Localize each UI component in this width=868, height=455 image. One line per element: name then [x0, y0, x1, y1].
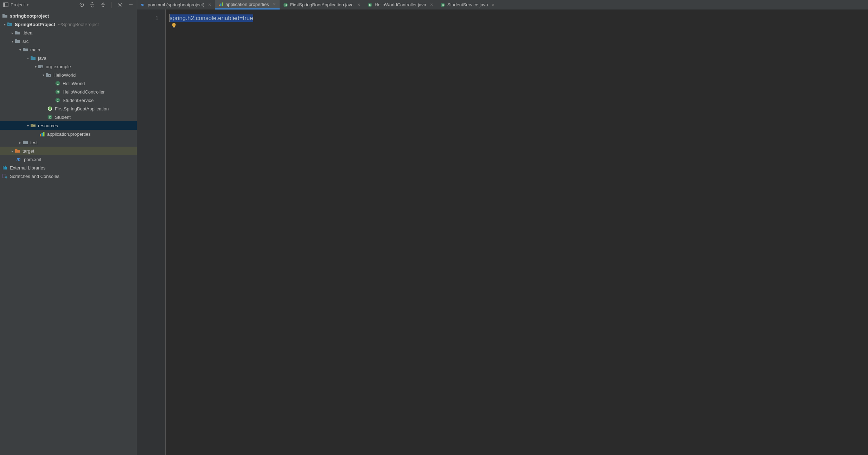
- properties-icon: [218, 2, 223, 7]
- tab-pom[interactable]: m pom.xml (springbootproject) ✕: [137, 0, 215, 9]
- svg-point-31: [41, 66, 43, 68]
- tree-root[interactable]: springbootproject: [0, 12, 137, 20]
- class-icon: C: [283, 2, 288, 7]
- tree-class-student[interactable]: C Student: [0, 113, 137, 121]
- close-icon[interactable]: ✕: [491, 2, 495, 7]
- close-icon[interactable]: ✕: [430, 2, 433, 7]
- tree-class-helloworld[interactable]: C HelloWorld: [0, 79, 137, 88]
- separator: [111, 2, 111, 8]
- tree-label: Scratches and Consoles: [10, 174, 59, 179]
- class-icon: C: [47, 114, 53, 120]
- chevron-down-icon[interactable]: ▾: [25, 124, 30, 128]
- tree-label: FirstSpringBootApplication: [55, 106, 109, 111]
- project-view-selector[interactable]: Project ▾: [0, 2, 31, 8]
- svg-point-56: [5, 177, 7, 179]
- tree-label: pom.xml: [24, 157, 41, 162]
- svg-text:C: C: [369, 3, 371, 7]
- tree-main[interactable]: ▾ main: [0, 45, 137, 54]
- svg-line-18: [121, 3, 122, 4]
- svg-rect-30: [8, 24, 9, 25]
- code-line-1[interactable]: spring.h2.console.enabled=true: [165, 14, 868, 23]
- caret: [170, 14, 170, 22]
- tree-src[interactable]: ▾ src: [0, 37, 137, 45]
- svg-rect-48: [42, 133, 43, 136]
- project-tree[interactable]: springbootproject ▾ SpringBootProject ~/…: [0, 9, 137, 455]
- intention-bulb-icon[interactable]: [172, 23, 176, 30]
- package-icon: [38, 64, 44, 69]
- collapse-all-icon[interactable]: [100, 2, 106, 8]
- tree-label: HelloWorldController: [63, 89, 105, 95]
- svg-text:C: C: [442, 3, 444, 7]
- svg-rect-21: [219, 5, 220, 6]
- tree-module[interactable]: ▾ SpringBootProject ~/SpringBootProject: [0, 20, 137, 28]
- class-icon: C: [368, 2, 372, 7]
- svg-point-3: [81, 4, 82, 5]
- chevron-down-icon[interactable]: ▾: [10, 39, 15, 43]
- close-icon[interactable]: ✕: [357, 2, 360, 7]
- maven-icon: m: [16, 156, 22, 162]
- tree-label: SpringBootProject: [15, 22, 55, 27]
- select-opened-file-icon[interactable]: [79, 2, 84, 8]
- close-icon[interactable]: ✕: [273, 2, 276, 7]
- libraries-icon: [2, 165, 8, 171]
- gear-icon[interactable]: [117, 2, 123, 8]
- source-folder-icon: [30, 55, 36, 61]
- text-editor[interactable]: 1 spring.h2.console.enabled=true: [137, 9, 868, 455]
- editor-tabs: m pom.xml (springbootproject) ✕ applicat…: [137, 0, 868, 9]
- chevron-right-icon[interactable]: ▸: [18, 141, 23, 145]
- editor-content[interactable]: spring.h2.console.enabled=true: [165, 9, 868, 455]
- chevron-down-icon[interactable]: ▾: [25, 56, 30, 60]
- svg-text:m: m: [141, 2, 145, 7]
- expand-all-icon[interactable]: [89, 2, 95, 8]
- hide-toolwindow-icon[interactable]: [128, 2, 133, 8]
- tree-java[interactable]: ▾ java: [0, 54, 137, 62]
- tab-application-properties[interactable]: application.properties ✕: [215, 0, 280, 9]
- resources-folder-icon: [30, 123, 36, 128]
- chevron-down-icon[interactable]: ▾: [2, 23, 7, 26]
- chevron-down-icon[interactable]: ▾: [41, 73, 46, 77]
- tree-label: .idea: [23, 30, 32, 36]
- svg-rect-46: [33, 127, 35, 127]
- tree-class-helloworldcontroller[interactable]: C HelloWorldController: [0, 88, 137, 96]
- svg-point-32: [49, 75, 50, 76]
- tree-package-helloworld[interactable]: ▾ HelloWorld: [0, 71, 137, 79]
- tree-application-properties[interactable]: application.properties: [0, 130, 137, 138]
- chevron-down-icon: ▾: [27, 3, 28, 7]
- tree-label: java: [38, 56, 46, 61]
- tab-helloworldcontroller[interactable]: C HelloWorldController.java ✕: [364, 0, 436, 9]
- tree-pom[interactable]: m pom.xml: [0, 155, 137, 164]
- tab-studentservice[interactable]: C StudentService.java ✕: [437, 0, 499, 9]
- chevron-right-icon[interactable]: ▸: [10, 31, 15, 35]
- gutter[interactable]: 1: [137, 9, 165, 455]
- tree-resources[interactable]: ▾ resources: [0, 121, 137, 130]
- chevron-down-icon[interactable]: ▾: [18, 48, 23, 52]
- tree-label: springbootproject: [10, 13, 49, 19]
- tree-package[interactable]: ▾ org.example: [0, 62, 137, 71]
- tree-class-firstspringbootapplication[interactable]: FirstSpringBootApplication: [0, 104, 137, 113]
- tab-label: StudentService.java: [447, 2, 488, 7]
- tree-external-libraries[interactable]: External Libraries: [0, 164, 137, 172]
- line-number[interactable]: 1: [137, 14, 159, 23]
- chevron-down-icon[interactable]: ▾: [33, 65, 38, 69]
- excluded-folder-icon: [15, 148, 20, 154]
- svg-line-15: [118, 3, 119, 4]
- close-icon[interactable]: ✕: [208, 2, 211, 7]
- class-icon: C: [440, 2, 445, 7]
- tree-label: src: [23, 39, 28, 44]
- module-folder-icon: [7, 21, 13, 27]
- tree-idea[interactable]: ▸ .idea: [0, 28, 137, 37]
- properties-icon: [39, 131, 45, 137]
- project-folder-icon: [2, 13, 8, 19]
- tree-label: application.properties: [47, 132, 91, 137]
- tree-scratches[interactable]: Scratches and Consoles: [0, 172, 137, 180]
- tree-class-studentservice[interactable]: C StudentService: [0, 96, 137, 104]
- svg-rect-49: [43, 132, 45, 136]
- tab-firstspringbootapplication[interactable]: C FirstSpringBootApplication.java ✕: [280, 0, 364, 9]
- tree-label: resources: [38, 123, 58, 128]
- tree-label: target: [23, 148, 34, 154]
- tree-test[interactable]: ▸ test: [0, 138, 137, 147]
- svg-text:C: C: [285, 3, 287, 7]
- tree-target[interactable]: ▸ target: [0, 147, 137, 155]
- svg-rect-47: [40, 134, 41, 136]
- chevron-right-icon[interactable]: ▸: [10, 149, 15, 153]
